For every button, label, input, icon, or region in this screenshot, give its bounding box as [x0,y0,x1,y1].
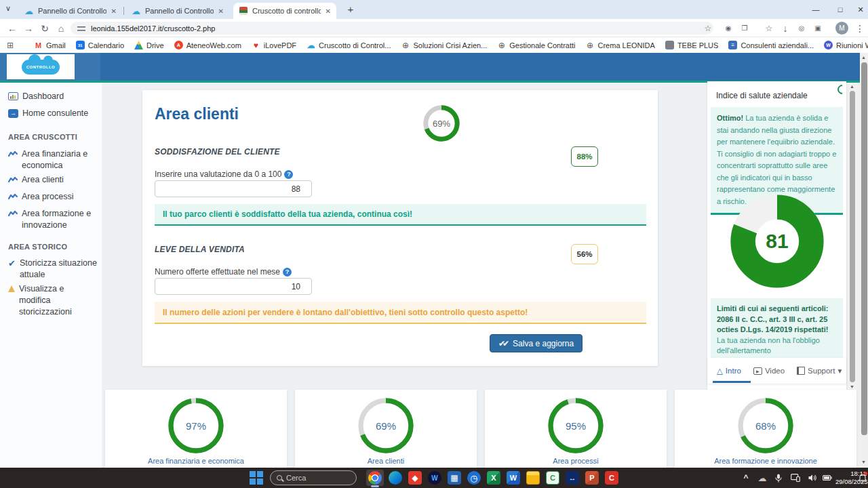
taskbar-app-clock[interactable]: ◷ [465,470,483,486]
valutazione-input[interactable] [155,180,312,197]
download-icon[interactable]: ↓ [777,19,793,37]
browser-toolbar: ← → ↻ ⌂ leonida.155del2017.it/cruscotto-… [0,19,868,37]
reload-icon[interactable]: ↻ [37,19,53,37]
onedrive-cloud-icon[interactable]: ☁ [755,468,769,488]
bookmark-consulenti[interactable]: ≡Consulenti aziendali... [728,41,814,49]
taskbar-app-red[interactable]: ◆ [406,470,424,486]
bookmark-ilovepdf[interactable]: ♥iLovePDF [252,41,296,49]
taskbar-app-edge[interactable] [387,470,404,486]
window-close-button[interactable]: ✕ [849,0,868,19]
taskbar-app-chrome[interactable] [366,470,384,486]
summary-card-finanziaria[interactable]: 97% Area finanziaria e economica [105,390,287,468]
taskbar-app-webex[interactable]: W [426,470,443,486]
save-button[interactable]: ✔✔ Salva e aggiorna [490,334,583,352]
window-minimize-button[interactable]: — [804,0,827,19]
devices-icon[interactable]: ▣ [810,19,826,37]
sidebar-item-area-processi[interactable]: Area processi [8,191,98,203]
webex-icon: W [824,41,833,49]
tune-icon[interactable] [77,25,85,32]
summary-card-processi[interactable]: 95% Area processi [485,390,667,468]
tray-chevron-icon[interactable]: ^ [739,468,753,488]
back-icon[interactable]: ← [4,19,20,37]
taskbar-app-excel[interactable]: X [485,470,502,486]
panel-scrollbar[interactable]: ▲ ▼ [848,83,856,391]
cast-display-icon[interactable] [788,468,803,488]
scroll-up-icon[interactable]: ▲ [860,55,867,60]
sidebar-item-dashboard[interactable]: Dashboard [8,91,98,102]
browser-profile-avatar[interactable]: M [835,22,848,35]
taskbar-app-explorer[interactable] [524,470,542,486]
trend-line-icon [8,193,18,200]
scroll-down-icon[interactable]: ▼ [848,384,856,389]
battery-icon[interactable] [821,468,834,488]
help-icon[interactable]: ? [283,268,292,277]
bookmark-webex[interactable]: WRiunioni Webex per... [824,41,868,49]
bookmark-calendario[interactable]: 31Calendario [76,41,124,49]
new-tab-button[interactable]: + [343,3,358,15]
offerte-input[interactable] [155,278,312,295]
excel-icon: X [487,471,500,485]
cloud-favicon: ☁ [24,7,33,16]
sidebar-item-area-formazione[interactable]: Area formazione e innovazione [8,208,98,231]
sidebar-item-area-finanziaria[interactable]: Area finanziaria e economica [8,148,98,171]
microphone-icon[interactable] [772,468,785,488]
taskbar-app-green-c[interactable]: C [544,470,561,486]
camera-icon[interactable]: ◉ [720,19,736,37]
bookmark-gmail[interactable]: MGmail [34,41,66,49]
tab-title: Pannello di Controllo [38,7,106,15]
tab-close-icon[interactable]: ✕ [218,7,224,15]
taskbar-app-calculator[interactable]: ▦ [446,470,463,486]
bookmark-star-icon[interactable]: ☆ [700,19,716,37]
bookmark-gestionale[interactable]: ⊕Gestionale Contratti [497,41,575,49]
forward-icon[interactable]: → [20,19,37,37]
home-icon[interactable]: ⌂ [53,19,69,37]
summary-card-formazione[interactable]: 68% Area formazione e innovazione [675,390,856,468]
favorites-badge-icon[interactable]: ☆ [761,19,777,37]
browser-tab-active[interactable]: Cruscotto di controllo ✕ [233,3,336,19]
taskbar-app-powerpoint[interactable]: P [583,470,601,486]
taskbar-app-word[interactable]: W [505,470,522,486]
summary-label: Area processi [485,457,667,465]
menu-icon[interactable]: ⋮ [852,19,868,37]
tab-video[interactable]: ▶ Video [753,367,785,375]
summary-card-clienti[interactable]: 69% Area clienti [295,390,477,468]
taskbar-app-red-c[interactable]: C [603,470,620,486]
tab-close-icon[interactable]: ✕ [111,7,117,15]
taskbar-search[interactable]: Cerca [270,470,357,485]
scrollbar-thumb[interactable] [861,62,867,435]
scroll-up-icon[interactable]: ▲ [848,84,856,89]
app-logo[interactable]: CONTROLLO [7,54,75,79]
sidebar-item-visualizza-storicizzazioni[interactable]: Visualizza e modifica storicizzazioni [8,283,98,318]
app-header: CONTROLLO Roberto test [0,53,868,81]
window-maximize-button[interactable]: □ [829,0,852,19]
notification-bell-icon[interactable] [859,473,867,485]
bookmark-crema[interactable]: ⊕Crema LEONIDA [586,41,655,49]
url-text[interactable]: leonida.155del2017.it/cruscotto-2.php [91,24,215,33]
scrollbar-thumb[interactable] [850,91,855,382]
start-button[interactable] [250,471,263,485]
bookmark-soluzioni[interactable]: ⊕Soluzioni Crisi Azien... [401,41,487,49]
bookmark-ateneoweb[interactable]: AAteneoWeb.com [174,41,241,49]
sidebar-item-storicizza[interactable]: ✔ Storicizza situazione attuale [8,258,98,281]
tab-close-icon[interactable]: ✕ [326,7,331,15]
tab-intro[interactable]: △ Intro [717,366,741,375]
apps-grid-icon[interactable]: ⊞ [7,41,14,50]
bookmark-tebe[interactable]: TEBE PLUS [665,41,719,49]
tab-search-icon[interactable]: ∨ [5,4,11,13]
tab-support[interactable]: Support ▾ [797,366,842,375]
tab-groups-icon[interactable]: ❐ [736,19,753,37]
browser-tab[interactable]: ☁ Pannello di Controllo ✕ [126,3,229,19]
page-scrollbar[interactable]: ▲ ▼ [860,53,868,468]
speaker-icon[interactable] [806,468,819,488]
page-title: Area clienti [155,105,239,123]
scroll-down-icon[interactable]: ▼ [860,460,867,464]
sidebar-item-area-clienti[interactable]: Area clienti [8,174,98,186]
help-icon[interactable]: ? [284,170,293,179]
browser-tab[interactable]: ☁ Pannello di Controllo ✕ [19,3,122,19]
taskbar-app-teamviewer[interactable]: ↔ [564,470,581,486]
bookmark-cruscotto[interactable]: ☁Cruscotto di Control... [307,41,391,49]
sidebar-item-home-consulente[interactable]: → Home consulente [8,108,98,119]
bookmark-drive[interactable]: Drive [134,41,164,49]
address-bar[interactable]: leonida.155del2017.it/cruscotto-2.php [71,22,713,35]
lens-icon[interactable]: ◎ [793,19,810,37]
